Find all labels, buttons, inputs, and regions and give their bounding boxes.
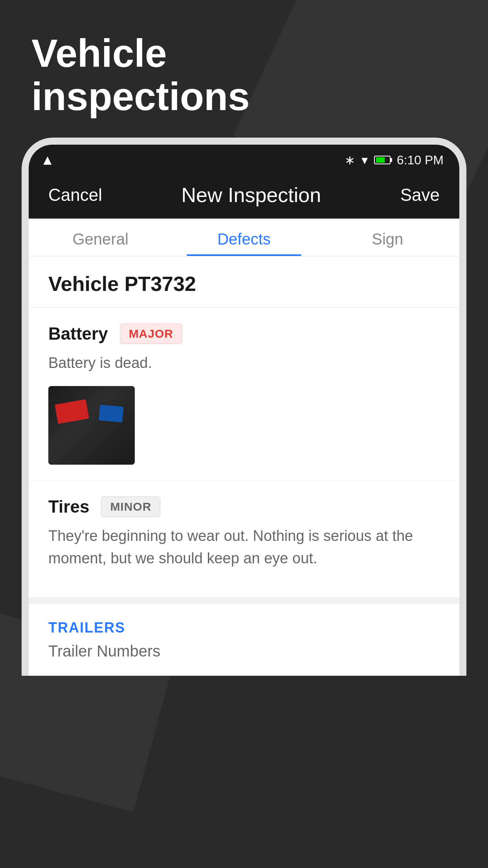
tab-defects[interactable]: Defects [172,219,316,256]
battery-photo [48,386,135,465]
battery-tip [391,158,392,162]
vehicle-name: Vehicle PT3732 [48,272,196,295]
defect-battery-description: Battery is dead. [48,352,440,374]
trailers-label: TRAILERS [48,620,440,636]
defect-battery-name: Battery [48,324,108,344]
defect-battery-header: Battery MAJOR [48,324,440,344]
vehicle-card: Vehicle PT3732 Battery MAJOR Battery is … [29,256,459,598]
vehicle-header: Vehicle PT3732 [29,256,459,308]
nav-bar: Cancel New Inspection Save [29,175,459,219]
cancel-button[interactable]: Cancel [48,185,102,205]
defect-tires-badge: MINOR [101,497,160,517]
defect-item-battery: Battery MAJOR Battery is dead. [29,308,459,481]
defect-item-tires: Tires MINOR They're beginning to wear ou… [29,481,459,598]
time-display: 6:10 PM [397,153,444,167]
page-title-area: Vehicle inspections [31,31,250,118]
bluetooth-icon: ∗ [345,153,355,167]
wifi-icon: ▾ [361,153,368,167]
defect-battery-image [48,386,135,465]
trailers-section: TRAILERS Trailer Numbers [29,604,459,676]
defect-tires-name: Tires [48,497,89,517]
tab-bar: General Defects Sign [29,219,459,256]
status-right: ∗ ▾ 6:10 PM [345,153,444,167]
phone-frame: ▲ ∗ ▾ 6:10 PM Cancel New Inspection Save [22,138,466,676]
phone-mockup: ▲ ∗ ▾ 6:10 PM Cancel New Inspection Save [22,138,466,868]
signal-icon: ▲ [40,152,55,168]
tab-sign[interactable]: Sign [316,219,459,256]
defect-tires-description: They're beginning to wear out. Nothing i… [48,525,440,570]
phone-screen: ▲ ∗ ▾ 6:10 PM Cancel New Inspection Save [29,145,459,676]
battery-icon [374,156,391,164]
defect-tires-header: Tires MINOR [48,497,440,517]
trailers-subtitle: Trailer Numbers [48,642,440,660]
nav-title: New Inspection [182,183,321,207]
battery-fill [376,157,385,163]
page-title: Vehicle inspections [31,31,250,118]
defect-battery-badge: MAJOR [120,324,182,344]
content-area: Vehicle PT3732 Battery MAJOR Battery is … [29,256,459,676]
save-button[interactable]: Save [400,185,440,205]
tab-general[interactable]: General [29,219,172,256]
status-bar: ▲ ∗ ▾ 6:10 PM [29,145,459,175]
